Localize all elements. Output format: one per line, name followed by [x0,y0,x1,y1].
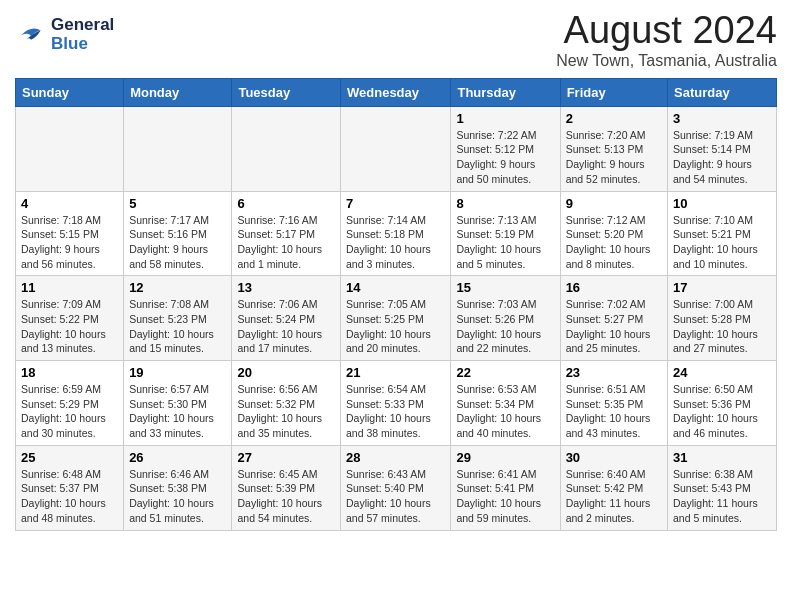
day-info: Sunrise: 7:12 AM Sunset: 5:20 PM Dayligh… [566,213,662,272]
calendar-cell: 1Sunrise: 7:22 AM Sunset: 5:12 PM Daylig… [451,106,560,191]
calendar-cell: 30Sunrise: 6:40 AM Sunset: 5:42 PM Dayli… [560,445,667,530]
day-number: 16 [566,280,662,295]
calendar-week-row: 18Sunrise: 6:59 AM Sunset: 5:29 PM Dayli… [16,361,777,446]
day-number: 20 [237,365,335,380]
day-info: Sunrise: 6:45 AM Sunset: 5:39 PM Dayligh… [237,467,335,526]
calendar-cell: 6Sunrise: 7:16 AM Sunset: 5:17 PM Daylig… [232,191,341,276]
day-number: 3 [673,111,771,126]
day-number: 4 [21,196,118,211]
calendar-week-row: 4Sunrise: 7:18 AM Sunset: 5:15 PM Daylig… [16,191,777,276]
calendar-cell: 21Sunrise: 6:54 AM Sunset: 5:33 PM Dayli… [341,361,451,446]
header-cell-wednesday: Wednesday [341,78,451,106]
day-number: 18 [21,365,118,380]
calendar-cell: 19Sunrise: 6:57 AM Sunset: 5:30 PM Dayli… [124,361,232,446]
header-cell-monday: Monday [124,78,232,106]
calendar-week-row: 1Sunrise: 7:22 AM Sunset: 5:12 PM Daylig… [16,106,777,191]
calendar-cell: 18Sunrise: 6:59 AM Sunset: 5:29 PM Dayli… [16,361,124,446]
header-cell-tuesday: Tuesday [232,78,341,106]
day-info: Sunrise: 6:59 AM Sunset: 5:29 PM Dayligh… [21,382,118,441]
calendar-cell [232,106,341,191]
logo: General Blue [15,16,114,53]
calendar-cell: 3Sunrise: 7:19 AM Sunset: 5:14 PM Daylig… [668,106,777,191]
calendar-cell: 20Sunrise: 6:56 AM Sunset: 5:32 PM Dayli… [232,361,341,446]
logo-text: General Blue [51,16,114,53]
calendar-cell: 23Sunrise: 6:51 AM Sunset: 5:35 PM Dayli… [560,361,667,446]
day-info: Sunrise: 6:53 AM Sunset: 5:34 PM Dayligh… [456,382,554,441]
day-number: 28 [346,450,445,465]
day-number: 5 [129,196,226,211]
calendar-cell: 25Sunrise: 6:48 AM Sunset: 5:37 PM Dayli… [16,445,124,530]
header-cell-sunday: Sunday [16,78,124,106]
header: General Blue August 2024 New Town, Tasma… [15,10,777,70]
day-number: 13 [237,280,335,295]
day-number: 23 [566,365,662,380]
calendar-cell: 10Sunrise: 7:10 AM Sunset: 5:21 PM Dayli… [668,191,777,276]
day-info: Sunrise: 6:51 AM Sunset: 5:35 PM Dayligh… [566,382,662,441]
day-info: Sunrise: 7:16 AM Sunset: 5:17 PM Dayligh… [237,213,335,272]
day-number: 9 [566,196,662,211]
page-title: August 2024 [556,10,777,52]
calendar-cell: 14Sunrise: 7:05 AM Sunset: 5:25 PM Dayli… [341,276,451,361]
calendar-cell: 15Sunrise: 7:03 AM Sunset: 5:26 PM Dayli… [451,276,560,361]
day-info: Sunrise: 6:43 AM Sunset: 5:40 PM Dayligh… [346,467,445,526]
day-info: Sunrise: 7:18 AM Sunset: 5:15 PM Dayligh… [21,213,118,272]
day-info: Sunrise: 7:00 AM Sunset: 5:28 PM Dayligh… [673,297,771,356]
day-info: Sunrise: 6:41 AM Sunset: 5:41 PM Dayligh… [456,467,554,526]
calendar-cell: 13Sunrise: 7:06 AM Sunset: 5:24 PM Dayli… [232,276,341,361]
calendar-cell: 24Sunrise: 6:50 AM Sunset: 5:36 PM Dayli… [668,361,777,446]
calendar-cell: 4Sunrise: 7:18 AM Sunset: 5:15 PM Daylig… [16,191,124,276]
calendar-cell: 22Sunrise: 6:53 AM Sunset: 5:34 PM Dayli… [451,361,560,446]
day-number: 1 [456,111,554,126]
calendar-cell: 17Sunrise: 7:00 AM Sunset: 5:28 PM Dayli… [668,276,777,361]
calendar-cell: 7Sunrise: 7:14 AM Sunset: 5:18 PM Daylig… [341,191,451,276]
day-number: 7 [346,196,445,211]
calendar-cell [124,106,232,191]
day-number: 31 [673,450,771,465]
day-info: Sunrise: 7:17 AM Sunset: 5:16 PM Dayligh… [129,213,226,272]
title-area: August 2024 New Town, Tasmania, Australi… [556,10,777,70]
calendar-cell: 16Sunrise: 7:02 AM Sunset: 5:27 PM Dayli… [560,276,667,361]
day-number: 17 [673,280,771,295]
day-info: Sunrise: 6:46 AM Sunset: 5:38 PM Dayligh… [129,467,226,526]
day-info: Sunrise: 7:08 AM Sunset: 5:23 PM Dayligh… [129,297,226,356]
day-number: 8 [456,196,554,211]
calendar-cell: 8Sunrise: 7:13 AM Sunset: 5:19 PM Daylig… [451,191,560,276]
day-info: Sunrise: 7:05 AM Sunset: 5:25 PM Dayligh… [346,297,445,356]
day-info: Sunrise: 6:50 AM Sunset: 5:36 PM Dayligh… [673,382,771,441]
day-info: Sunrise: 7:10 AM Sunset: 5:21 PM Dayligh… [673,213,771,272]
calendar-cell [341,106,451,191]
day-number: 11 [21,280,118,295]
day-info: Sunrise: 6:40 AM Sunset: 5:42 PM Dayligh… [566,467,662,526]
day-number: 26 [129,450,226,465]
day-number: 21 [346,365,445,380]
calendar-cell: 11Sunrise: 7:09 AM Sunset: 5:22 PM Dayli… [16,276,124,361]
calendar-week-row: 25Sunrise: 6:48 AM Sunset: 5:37 PM Dayli… [16,445,777,530]
day-number: 22 [456,365,554,380]
day-number: 30 [566,450,662,465]
calendar-cell: 5Sunrise: 7:17 AM Sunset: 5:16 PM Daylig… [124,191,232,276]
header-cell-thursday: Thursday [451,78,560,106]
day-info: Sunrise: 6:38 AM Sunset: 5:43 PM Dayligh… [673,467,771,526]
calendar-cell: 28Sunrise: 6:43 AM Sunset: 5:40 PM Dayli… [341,445,451,530]
calendar-cell: 9Sunrise: 7:12 AM Sunset: 5:20 PM Daylig… [560,191,667,276]
day-number: 19 [129,365,226,380]
day-info: Sunrise: 6:48 AM Sunset: 5:37 PM Dayligh… [21,467,118,526]
day-info: Sunrise: 7:13 AM Sunset: 5:19 PM Dayligh… [456,213,554,272]
calendar-week-row: 11Sunrise: 7:09 AM Sunset: 5:22 PM Dayli… [16,276,777,361]
calendar-table: SundayMondayTuesdayWednesdayThursdayFrid… [15,78,777,531]
day-info: Sunrise: 6:54 AM Sunset: 5:33 PM Dayligh… [346,382,445,441]
calendar-header-row: SundayMondayTuesdayWednesdayThursdayFrid… [16,78,777,106]
calendar-cell: 31Sunrise: 6:38 AM Sunset: 5:43 PM Dayli… [668,445,777,530]
calendar-cell: 29Sunrise: 6:41 AM Sunset: 5:41 PM Dayli… [451,445,560,530]
calendar-cell [16,106,124,191]
day-info: Sunrise: 7:20 AM Sunset: 5:13 PM Dayligh… [566,128,662,187]
logo-icon [15,19,47,51]
day-number: 12 [129,280,226,295]
day-info: Sunrise: 7:22 AM Sunset: 5:12 PM Dayligh… [456,128,554,187]
day-info: Sunrise: 7:06 AM Sunset: 5:24 PM Dayligh… [237,297,335,356]
calendar-cell: 12Sunrise: 7:08 AM Sunset: 5:23 PM Dayli… [124,276,232,361]
day-info: Sunrise: 7:02 AM Sunset: 5:27 PM Dayligh… [566,297,662,356]
day-info: Sunrise: 6:56 AM Sunset: 5:32 PM Dayligh… [237,382,335,441]
day-number: 14 [346,280,445,295]
day-info: Sunrise: 6:57 AM Sunset: 5:30 PM Dayligh… [129,382,226,441]
